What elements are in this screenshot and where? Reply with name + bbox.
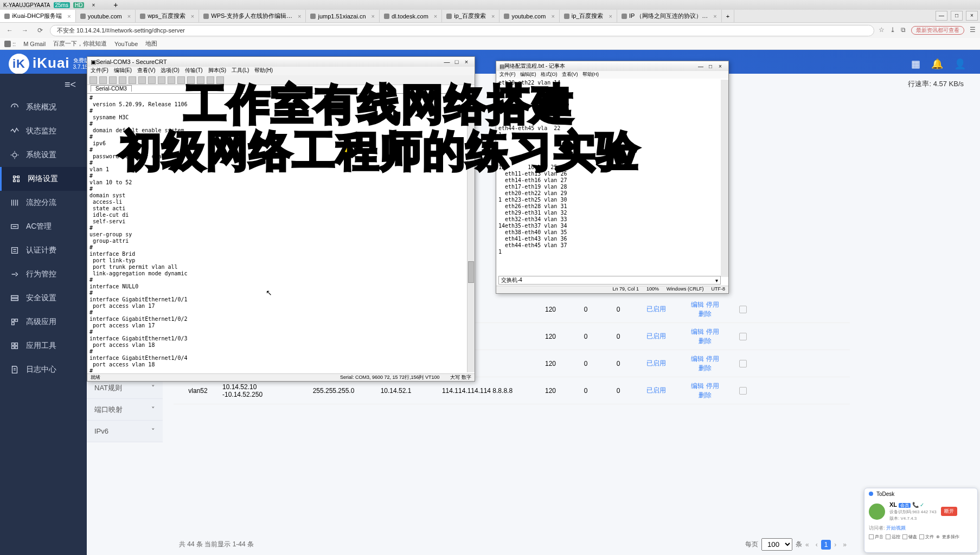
perpage-select[interactable]: 100: [761, 538, 792, 551]
npad-max-button[interactable]: □: [706, 63, 715, 69]
browser-tab[interactable]: dl.todesk.com×: [380, 10, 442, 22]
sidebar-item-tools[interactable]: 应用工具: [0, 334, 87, 358]
bookmark-star-icon[interactable]: ☆: [879, 26, 885, 35]
session-add[interactable]: +: [111, 1, 120, 9]
apps-button[interactable]: ::: [4, 41, 16, 47]
delete-link[interactable]: 删除: [699, 310, 712, 318]
opt-keyboard[interactable]: 键盘: [902, 534, 917, 540]
tab-close-icon[interactable]: ×: [551, 13, 554, 20]
toolbar-button[interactable]: [99, 76, 107, 84]
bookmark-baidu[interactable]: 百度一下，你就知道: [53, 40, 107, 48]
sidebar-item-system[interactable]: 系统设置: [0, 143, 87, 167]
toolbar-button[interactable]: [207, 76, 214, 84]
window-min-button[interactable]: —: [936, 11, 947, 21]
sidebar-item-overview[interactable]: 系统概况: [0, 95, 87, 119]
row-checkbox[interactable]: [739, 360, 747, 367]
opt-file[interactable]: 文件: [919, 534, 934, 540]
status-link[interactable]: 已启用: [635, 332, 678, 341]
browser-tab[interactable]: ip_百度搜索×: [442, 10, 499, 22]
url-input[interactable]: 不安全 10.14.24.1/#/network-setting/dhcp-se…: [50, 25, 874, 36]
bell-icon[interactable]: 🔔: [931, 58, 943, 70]
bookmark-maps[interactable]: 地图: [145, 40, 157, 48]
browser-tab[interactable]: WPS-支持多人在线协作编辑…×: [199, 10, 306, 22]
menu-options[interactable]: 选项(O): [161, 67, 179, 75]
sidebar-item-advanced[interactable]: 高级应用: [0, 310, 87, 334]
crt-min-button[interactable]: —: [442, 59, 452, 65]
toolbar-button[interactable]: [216, 76, 224, 84]
browser-tab[interactable]: iKuai-DHCP服务端×: [0, 10, 76, 22]
securecrt-window[interactable]: ▣ Serial-COM3 - SecureCRT — □ × 文件(F) 编辑…: [87, 56, 475, 382]
crt-max-button[interactable]: □: [452, 59, 462, 65]
delete-link[interactable]: 删除: [699, 391, 712, 399]
window-close-button[interactable]: ×: [966, 11, 978, 21]
page-prev-button[interactable]: ‹: [812, 540, 821, 550]
npad-min-button[interactable]: —: [696, 63, 706, 69]
crt-titlebar[interactable]: ▣ Serial-COM3 - SecureCRT — □ ×: [87, 57, 475, 67]
browser-tab[interactable]: wps_百度搜索×: [136, 10, 199, 22]
tab-close-icon[interactable]: ×: [434, 13, 437, 20]
opt-block[interactable]: ⊗: [936, 534, 940, 540]
new-tab-button[interactable]: +: [722, 10, 734, 22]
menu-help[interactable]: 帮助(H): [582, 71, 599, 79]
sidebar-item-security[interactable]: 安全设置: [0, 286, 87, 310]
disable-link[interactable]: 停用: [706, 355, 719, 363]
edit-link[interactable]: 编辑: [691, 382, 704, 390]
tab-close-icon[interactable]: ×: [713, 13, 716, 20]
npad-scrollbar[interactable]: [721, 80, 728, 277]
page-last-button[interactable]: »: [840, 540, 850, 550]
sidebar-item-monitor[interactable]: 状态监控: [0, 119, 87, 143]
bookmark-gmail[interactable]: M Gmail: [23, 41, 46, 47]
menu-help[interactable]: 帮助(H): [254, 67, 273, 75]
toolbar-button[interactable]: [197, 76, 204, 84]
notepad-window[interactable]: ▤ 网络配置流程.txt - 记事本 — □ × 文件(F) 编辑(E) 格式(…: [496, 61, 729, 294]
session-close[interactable]: ×: [89, 2, 97, 8]
bookmark-youtube[interactable]: YouTube: [114, 41, 138, 47]
sidebar-item-network[interactable]: 网络设置: [0, 167, 87, 191]
page-first-button[interactable]: «: [802, 540, 812, 550]
sidebar-item-logs[interactable]: 日志中心: [0, 358, 87, 382]
npad-textarea[interactable]: eth20-eth22 vlan 14 eth44-eth45 vla 22 1…: [498, 80, 721, 277]
extensions-icon[interactable]: ⧉: [901, 26, 906, 35]
secnav-portmap[interactable]: 端口映射˅: [87, 399, 163, 421]
todesk-panel[interactable]: ToDesk XL 会员 📞 ✓ 设备识别码:963 442 743 版本: V…: [864, 488, 978, 553]
disable-link[interactable]: 停用: [706, 328, 719, 335]
delete-link[interactable]: 删除: [699, 337, 712, 345]
tab-close-icon[interactable]: ×: [491, 13, 495, 20]
tab-close-icon[interactable]: ×: [67, 13, 71, 20]
nav-back-button[interactable]: ←: [4, 27, 15, 34]
status-link[interactable]: 已启用: [635, 386, 678, 395]
npad-titlebar[interactable]: ▤ 网络配置流程.txt - 记事本 — □ ×: [496, 61, 728, 71]
menu-format[interactable]: 格式(O): [541, 71, 558, 79]
download-icon[interactable]: ⤓: [890, 26, 895, 35]
secnav-ipv6[interactable]: IPv6˅: [87, 421, 163, 442]
opt-remote[interactable]: 远控: [886, 534, 900, 540]
sidebar-item-auth[interactable]: 认证计费: [0, 238, 87, 262]
menu-edit[interactable]: 编辑(E): [114, 67, 132, 75]
browser-tab[interactable]: IP （网络之间互连的协议）…×: [617, 10, 722, 22]
disable-link[interactable]: 停用: [706, 301, 719, 308]
browser-tab[interactable]: ip_百度搜索×: [560, 10, 617, 22]
tab-close-icon[interactable]: ×: [298, 13, 301, 20]
news-pill[interactable]: 最新资讯都可查看: [911, 26, 964, 35]
toolbar-button[interactable]: [177, 76, 185, 84]
edit-link[interactable]: 编辑: [691, 328, 704, 335]
tab-close-icon[interactable]: ×: [371, 13, 375, 20]
toolbar-button[interactable]: [148, 76, 156, 84]
row-checkbox[interactable]: [739, 333, 747, 340]
sidebar-collapse-button[interactable]: ≡<: [0, 74, 87, 95]
crt-terminal[interactable]: # version 5.20.99, Release 1106 # sysnam…: [89, 95, 467, 372]
page-next-button[interactable]: ›: [831, 540, 840, 550]
opt-more[interactable]: 更多操作: [942, 534, 959, 540]
menu-icon[interactable]: ☰: [970, 26, 976, 35]
sidebar-item-flow[interactable]: 流控分流: [0, 191, 87, 215]
delete-link[interactable]: 删除: [699, 364, 712, 372]
toolbar-button[interactable]: [138, 76, 146, 84]
menu-edit[interactable]: 编辑(E): [520, 71, 536, 79]
menu-tools[interactable]: 工具(L): [232, 67, 249, 75]
tab-close-icon[interactable]: ×: [609, 13, 612, 20]
phone-icon[interactable]: 📞: [912, 502, 919, 508]
disable-link[interactable]: 停用: [706, 382, 719, 390]
crt-tab[interactable]: Serial-COM3: [91, 85, 132, 92]
opt-sound[interactable]: 声音: [869, 534, 883, 540]
scrollbar-thumb[interactable]: [468, 261, 474, 283]
